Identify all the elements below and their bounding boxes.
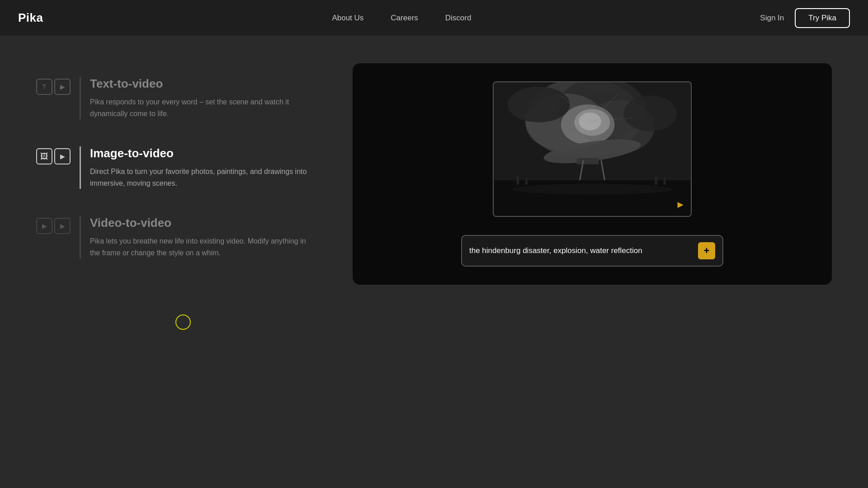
image-to-video-icons: 🖼 ▶ — [36, 148, 71, 164]
header: Pika About Us Careers Discord Sign In Tr… — [0, 0, 868, 36]
try-pika-button[interactable]: Try Pika — [795, 8, 850, 28]
header-right: Sign In Try Pika — [760, 8, 850, 28]
text-to-video-title: Text-to-video — [90, 77, 316, 91]
prompt-input[interactable] — [469, 246, 693, 255]
image-to-video-text: Image-to-video Direct Pika to turn your … — [90, 146, 316, 189]
svg-rect-19 — [655, 175, 657, 185]
sign-in-button[interactable]: Sign In — [760, 14, 784, 23]
image-to-video-desc: Direct Pika to turn your favorite photos… — [90, 166, 316, 189]
text-to-video-text: Text-to-video Pika responds to your ever… — [90, 77, 316, 119]
main-content: T ▶ Text-to-video Pika responds to your … — [0, 36, 868, 312]
cursor-circle — [175, 314, 191, 330]
video-play-icon-2: ▶ — [54, 148, 71, 164]
video-icon-1: ▶ — [36, 218, 52, 234]
nav-careers[interactable]: Careers — [391, 14, 418, 23]
submit-button[interactable]: + — [698, 242, 715, 259]
video-to-video-desc: Pika lets you breathe new life into exis… — [90, 235, 316, 258]
image-icon: 🖼 — [36, 148, 52, 164]
hindenburg-image-svg — [494, 82, 691, 216]
feature-image-to-video: 🖼 ▶ Image-to-video Direct Pika to turn y… — [36, 133, 316, 202]
image-to-video-title: Image-to-video — [90, 146, 316, 160]
logo: Pika — [18, 11, 43, 25]
nav-about-us[interactable]: About Us — [332, 14, 363, 23]
divider-3 — [80, 216, 81, 258]
divider-2 — [80, 146, 81, 189]
video-to-video-icons: ▶ ▶ — [36, 218, 71, 234]
video-icon-2: ▶ — [54, 218, 71, 234]
main-nav: About Us Careers Discord — [332, 14, 471, 23]
video-to-video-text: Video-to-video Pika lets you breathe new… — [90, 216, 316, 258]
play-indicator-icon: ► — [675, 199, 685, 211]
demo-input-row: + — [461, 235, 723, 267]
features-list: T ▶ Text-to-video Pika responds to your … — [36, 63, 316, 285]
svg-point-8 — [508, 87, 570, 122]
svg-rect-18 — [525, 178, 528, 185]
divider-1 — [80, 77, 81, 119]
svg-rect-11 — [576, 158, 599, 164]
demo-image: ► — [493, 81, 692, 217]
text-icon: T — [36, 79, 52, 95]
text-to-video-desc: Pika responds to your every word – set t… — [90, 96, 316, 119]
feature-video-to-video: ▶ ▶ Video-to-video Pika lets you breathe… — [36, 202, 316, 272]
svg-point-9 — [623, 96, 677, 131]
nav-discord[interactable]: Discord — [445, 14, 472, 23]
demo-panel: ► + — [353, 63, 832, 285]
svg-rect-17 — [516, 176, 519, 185]
text-to-video-icons: T ▶ — [36, 79, 71, 95]
plus-icon: + — [704, 246, 710, 256]
video-to-video-title: Video-to-video — [90, 216, 316, 230]
feature-text-to-video: T ▶ Text-to-video Pika responds to your … — [36, 63, 316, 133]
video-play-icon-1: ▶ — [54, 79, 71, 95]
svg-point-16 — [512, 184, 672, 195]
svg-rect-20 — [664, 177, 666, 185]
